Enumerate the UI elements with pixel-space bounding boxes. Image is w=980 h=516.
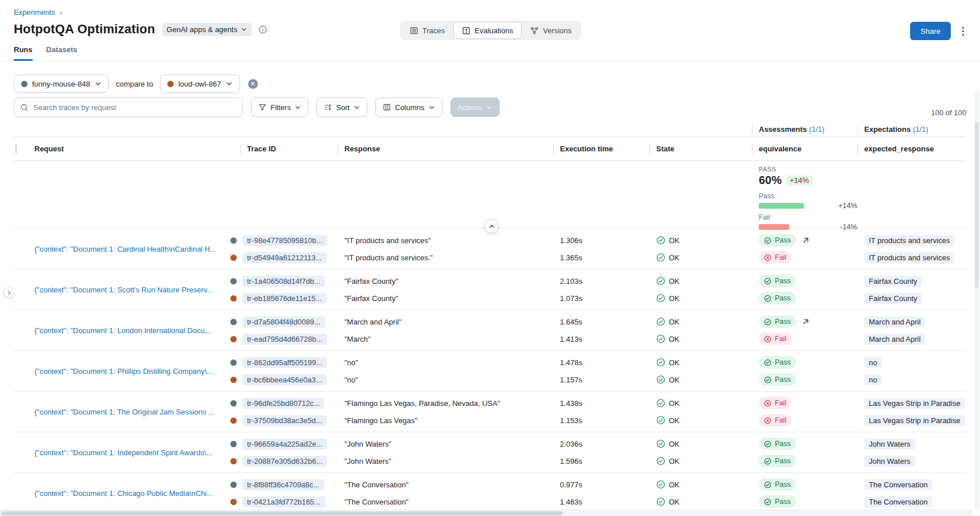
assessment-chip[interactable]: Pass (759, 292, 796, 304)
execution-time-value: 1.157s (560, 373, 649, 386)
request-link[interactable]: {"context": "Document 1: The Original Ja… (34, 408, 240, 416)
assessment-cell: Fail (759, 414, 857, 427)
trace-id-pill[interactable]: tr-37509bd38ac3e5d... (242, 415, 327, 426)
execution-time-value: 2.103s (560, 275, 649, 287)
kebab-menu-icon[interactable] (960, 24, 966, 39)
tab-datasets[interactable]: Datasets (46, 45, 77, 61)
assessment-chip[interactable]: Pass (759, 455, 796, 467)
col-expected-response[interactable]: expected_response (857, 144, 966, 153)
select-all-checkbox[interactable] (15, 144, 17, 154)
tab-traces[interactable]: Traces (401, 22, 453, 39)
check-circle-icon (764, 498, 771, 506)
request-link[interactable]: {"context": "Document 1: Independent Spi… (34, 448, 240, 457)
tab-evaluations[interactable]: Evaluations (453, 22, 522, 39)
trace-id-pill[interactable]: tr-0421a3fd772b165... (242, 497, 325, 507)
assessment-chip[interactable]: Pass (759, 315, 796, 328)
request-link[interactable]: {"context": "Document 1: Cardinal Health… (34, 245, 240, 253)
title-row: HotpotQA Optimization GenAI apps & agent… (14, 22, 267, 37)
trace-id-pill[interactable]: tr-98e47785095810b... (242, 235, 327, 246)
breadcrumb-experiments-link[interactable]: Experiments (14, 8, 55, 17)
expected-response-pill: John Waters (864, 439, 915, 449)
state-label: OK (669, 294, 680, 303)
assessment-chip[interactable]: Pass (759, 275, 796, 287)
collapse-summary-button[interactable] (484, 219, 499, 233)
close-compare-icon[interactable]: ✕ (248, 79, 258, 89)
execution-time-value: 0.977s (560, 478, 649, 491)
trace-id-pill[interactable]: tr-1a406508d14f7db... (242, 276, 325, 287)
check-circle-icon (656, 456, 665, 466)
assessment-label: Pass (775, 498, 791, 506)
sort-button[interactable]: Sort (316, 97, 367, 117)
open-trace-arrow-icon[interactable] (802, 318, 810, 326)
assessment-chip[interactable]: Pass (759, 234, 796, 247)
tab-versions[interactable]: Versions (522, 22, 580, 39)
trace-id-pill[interactable]: tr-bc6bbeea456e0a3... (242, 374, 327, 385)
vertical-scrollbar (974, 92, 979, 509)
trace-id-pill[interactable]: tr-eb185676de11e15... (242, 293, 327, 304)
expected-response-pill: IT products and services (864, 252, 954, 263)
run-select-a[interactable]: funny-mouse-848 (14, 75, 109, 93)
trace-subrow: tr-0421a3fd772b165... (230, 495, 338, 508)
trace-id-pill[interactable]: tr-d7a5804f48d0089... (242, 316, 325, 327)
col-execution-time[interactable]: Execution time (553, 144, 649, 153)
assessment-chip[interactable]: Fail (759, 251, 791, 264)
assessment-chip[interactable]: Fail (759, 333, 791, 345)
request-link[interactable]: {"context": "Document 1: Chicago Public … (34, 489, 240, 498)
trace-id-pill[interactable]: tr-96659a4a225ad2e... (242, 439, 327, 449)
trace-subrow: tr-96dfe25bd80712c... (230, 397, 338, 409)
request-link[interactable]: {"context": "Document 1: London Internat… (34, 326, 240, 335)
info-icon[interactable] (258, 25, 267, 34)
assessment-chip[interactable]: Fail (759, 397, 791, 409)
share-button[interactable]: Share (910, 22, 951, 40)
content: funny-mouse-848 compare to loud-owl-867 … (0, 75, 980, 514)
page-tabs: Runs Datasets (14, 45, 77, 61)
header-actions: Share (910, 22, 966, 40)
actions-button[interactable]: Actions (450, 97, 500, 117)
open-trace-arrow-icon[interactable] (802, 236, 810, 244)
table-row: {"context": "Document 1: Independent Spi… (14, 432, 966, 473)
vertical-scrollbar-thumb[interactable] (975, 122, 979, 288)
col-trace-id[interactable]: Trace ID (240, 144, 338, 153)
run-select-b[interactable]: loud-owl-867 (160, 75, 240, 93)
response-value: "March and April" (344, 315, 553, 328)
assessment-chip[interactable]: Pass (759, 437, 796, 450)
trace-id-pill[interactable]: tr-ead795d4d66728b... (242, 334, 327, 345)
trace-id-pill[interactable]: tr-862dd95aff505199... (242, 357, 327, 368)
request-link[interactable]: {"context": "Document 1: Phillips Distil… (34, 367, 240, 376)
expected-response-cell: Fairfax County (864, 275, 966, 287)
trace-id-pill[interactable]: tr-d54949a61212113... (242, 252, 327, 263)
check-circle-icon (656, 439, 665, 448)
assessment-chip[interactable]: Pass (759, 373, 796, 386)
assessment-label: Pass (775, 294, 791, 302)
columns-button[interactable]: Columns (375, 97, 442, 117)
trace-id-pill[interactable]: tr-8f88ff36c4709a8c... (242, 479, 324, 490)
col-equivalence[interactable]: equivalence (752, 144, 857, 153)
expected-response-pill: IT products and services (864, 235, 954, 246)
traces-icon (410, 26, 418, 35)
assessment-chip[interactable]: Pass (759, 478, 796, 491)
expand-panel-button[interactable] (3, 287, 14, 298)
table-rows: {"context": "Document 1: Cardinal Health… (14, 229, 966, 514)
search-input[interactable] (33, 103, 237, 112)
experiment-type-badge[interactable]: GenAI apps & agents (162, 23, 252, 36)
trace-subrow: tr-98e47785095810b... (230, 234, 338, 247)
trace-id-pill[interactable]: tr-96dfe25bd80712c... (242, 398, 324, 409)
trace-id-pill[interactable]: tr-20887e305d632b6... (242, 456, 327, 467)
summary-bars: Pass+14%Fail-14% (759, 192, 857, 231)
state-value: OK (656, 356, 752, 369)
filters-button[interactable]: Filters (251, 97, 308, 117)
col-response[interactable]: Response (338, 144, 553, 153)
run-b-dot (167, 81, 174, 87)
response-value: "Fairfax County" (344, 275, 553, 287)
response-value: "Flamingo Las Vegas" (344, 414, 553, 427)
horizontal-scrollbar-thumb[interactable] (1, 511, 563, 515)
check-circle-icon (656, 480, 665, 489)
tab-runs[interactable]: Runs (14, 45, 33, 61)
assessment-chip[interactable]: Pass (759, 356, 796, 369)
col-request[interactable]: Request (28, 144, 240, 153)
assessment-chip[interactable]: Fail (759, 414, 791, 427)
assessment-chip[interactable]: Pass (759, 495, 796, 508)
col-state[interactable]: State (649, 144, 752, 153)
expected-response-cell: Fairfax County (864, 292, 966, 304)
request-link[interactable]: {"context": "Document 1: Scott's Run Nat… (34, 286, 240, 294)
